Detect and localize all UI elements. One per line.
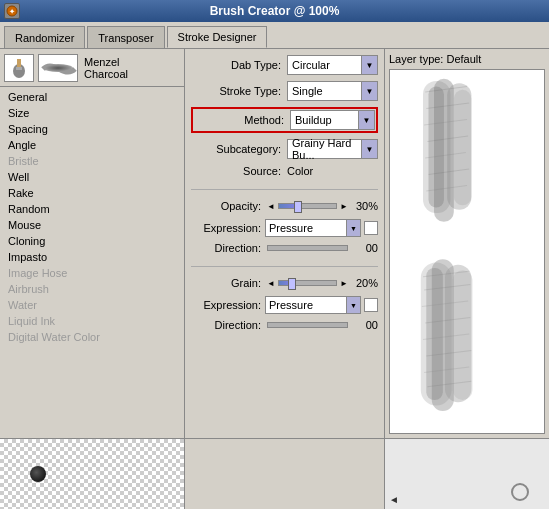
- nav-item-mouse[interactable]: Mouse: [0, 217, 184, 233]
- opacity-expr-label: Expression:: [191, 222, 261, 234]
- dab-type-row: Dab Type: Circular ▼: [191, 55, 378, 75]
- window-title: Brush Creator @ 100%: [210, 4, 340, 18]
- stroke-type-arrow[interactable]: ▼: [361, 82, 377, 100]
- opacity-label: Opacity:: [191, 200, 261, 212]
- opacity-right-arrow[interactable]: ►: [338, 198, 350, 214]
- grain-right-arrow[interactable]: ►: [338, 275, 350, 291]
- nav-item-size[interactable]: Size: [0, 105, 184, 121]
- opacity-dir-slider[interactable]: [267, 245, 348, 251]
- stroke-type-dropdown[interactable]: Single ▼: [287, 81, 378, 101]
- grain-left-arrow[interactable]: ◄: [265, 275, 277, 291]
- nav-item-cloning[interactable]: Cloning: [0, 233, 184, 249]
- tab-stroke-designer[interactable]: Stroke Designer: [167, 26, 268, 48]
- middle-panel: Dab Type: Circular ▼ Stroke Type: Single…: [185, 49, 385, 438]
- grain-expr-row: Expression: Pressure ▼: [191, 296, 378, 314]
- opacity-value: 30%: [350, 200, 378, 212]
- source-row: Source: Color: [191, 165, 378, 177]
- nav-item-well[interactable]: Well: [0, 169, 184, 185]
- subcategory-value: Grainy Hard Bu...: [288, 137, 361, 161]
- opacity-slider-row: Opacity: ◄ ► 30%: [191, 198, 378, 214]
- dab-type-arrow[interactable]: ▼: [361, 56, 377, 74]
- tabs-bar: Randomizer Transposer Stroke Designer: [0, 22, 549, 49]
- left-panel: Menzel Charcoal General Size Spacing Ang…: [0, 49, 185, 438]
- opacity-expr-arrow[interactable]: ▼: [346, 220, 360, 236]
- grain-expr-arrow[interactable]: ▼: [346, 297, 360, 313]
- brush-large-preview: [389, 69, 545, 434]
- dab-type-label: Dab Type:: [191, 59, 281, 71]
- scroll-left-arrow[interactable]: ◄: [389, 494, 399, 505]
- opacity-dir-label: Direction:: [191, 242, 261, 254]
- layer-type-label: Layer type: Default: [389, 53, 545, 65]
- stroke-type-label: Stroke Type:: [191, 85, 281, 97]
- svg-rect-4: [16, 67, 22, 70]
- brush-name-1: Menzel: [84, 56, 128, 68]
- grain-expr-value: Pressure: [266, 299, 346, 311]
- opacity-expr-row: Expression: Pressure ▼: [191, 219, 378, 237]
- bottom-middle-area: [185, 439, 385, 509]
- bottom-strip: ◄: [0, 438, 549, 509]
- title-bar: ✦ Brush Creator @ 100%: [0, 0, 549, 22]
- grain-expr-dropdown[interactable]: Pressure ▼: [265, 296, 361, 314]
- grain-label: Grain:: [191, 277, 261, 289]
- brush-names: Menzel Charcoal: [84, 56, 128, 80]
- stroke-type-value: Single: [288, 85, 361, 97]
- brush-dot-preview: [30, 466, 46, 482]
- opacity-expr-value: Pressure: [266, 222, 346, 234]
- grain-track[interactable]: [278, 280, 337, 286]
- nav-item-liquid-ink: Liquid Ink: [0, 313, 184, 329]
- nav-item-angle[interactable]: Angle: [0, 137, 184, 153]
- opacity-expr-check[interactable]: [364, 221, 378, 235]
- nav-list: General Size Spacing Angle Bristle Well …: [0, 87, 184, 438]
- nav-item-rake[interactable]: Rake: [0, 185, 184, 201]
- subcategory-dropdown[interactable]: Grainy Hard Bu... ▼: [287, 139, 378, 159]
- svg-text:✦: ✦: [9, 8, 15, 15]
- brush-name-2: Charcoal: [84, 68, 128, 80]
- grain-slider[interactable]: ◄ ►: [265, 275, 350, 291]
- opacity-left-arrow[interactable]: ◄: [265, 198, 277, 214]
- svg-rect-3: [17, 59, 21, 67]
- opacity-dir-row: Direction: 00: [191, 242, 378, 254]
- nav-item-airbrush: Airbrush: [0, 281, 184, 297]
- method-arrow[interactable]: ▼: [358, 111, 374, 129]
- opacity-track[interactable]: [278, 203, 337, 209]
- main-container: Randomizer Transposer Stroke Designer: [0, 22, 549, 509]
- stroke-type-row: Stroke Type: Single ▼: [191, 81, 378, 101]
- method-row: Method: Buildup ▼: [191, 107, 378, 133]
- dab-type-value: Circular: [288, 59, 361, 71]
- nav-item-impasto[interactable]: Impasto: [0, 249, 184, 265]
- nav-item-random[interactable]: Random: [0, 201, 184, 217]
- opacity-expr-dropdown[interactable]: Pressure ▼: [265, 219, 361, 237]
- tab-randomizer[interactable]: Randomizer: [4, 26, 85, 48]
- divider-1: [191, 189, 378, 190]
- method-label: Method:: [194, 114, 284, 126]
- grain-dir-value: 00: [350, 319, 378, 331]
- grain-value: 20%: [350, 277, 378, 289]
- brush-stroke-sample: [38, 54, 78, 82]
- bottom-left-preview: [0, 439, 185, 509]
- opacity-slider[interactable]: ◄ ►: [265, 198, 350, 214]
- grain-dir-row: Direction: 00: [191, 319, 378, 331]
- brush-selector: Menzel Charcoal: [0, 49, 184, 87]
- nav-item-spacing[interactable]: Spacing: [0, 121, 184, 137]
- nav-item-image-hose: Image Hose: [0, 265, 184, 281]
- nav-item-digital-water-color: Digital Water Color: [0, 329, 184, 345]
- grain-dir-label: Direction:: [191, 319, 261, 331]
- circle-indicator: [511, 483, 529, 501]
- nav-item-general[interactable]: General: [0, 89, 184, 105]
- method-value: Buildup: [291, 114, 358, 126]
- nav-item-bristle: Bristle: [0, 153, 184, 169]
- subcategory-arrow[interactable]: ▼: [361, 140, 377, 158]
- grain-expr-check[interactable]: [364, 298, 378, 312]
- svg-rect-9: [454, 90, 472, 206]
- nav-item-water: Water: [0, 297, 184, 313]
- divider-2: [191, 266, 378, 267]
- grain-dir-slider[interactable]: [267, 322, 348, 328]
- tab-transposer[interactable]: Transposer: [87, 26, 164, 48]
- content-area: Menzel Charcoal General Size Spacing Ang…: [0, 49, 549, 438]
- dab-type-dropdown[interactable]: Circular ▼: [287, 55, 378, 75]
- method-dropdown[interactable]: Buildup ▼: [290, 110, 375, 130]
- grain-expr-label: Expression:: [191, 299, 261, 311]
- subcategory-label: Subcategory:: [191, 143, 281, 155]
- checkerboard-bg: [0, 439, 184, 509]
- grain-slider-row: Grain: ◄ ► 20%: [191, 275, 378, 291]
